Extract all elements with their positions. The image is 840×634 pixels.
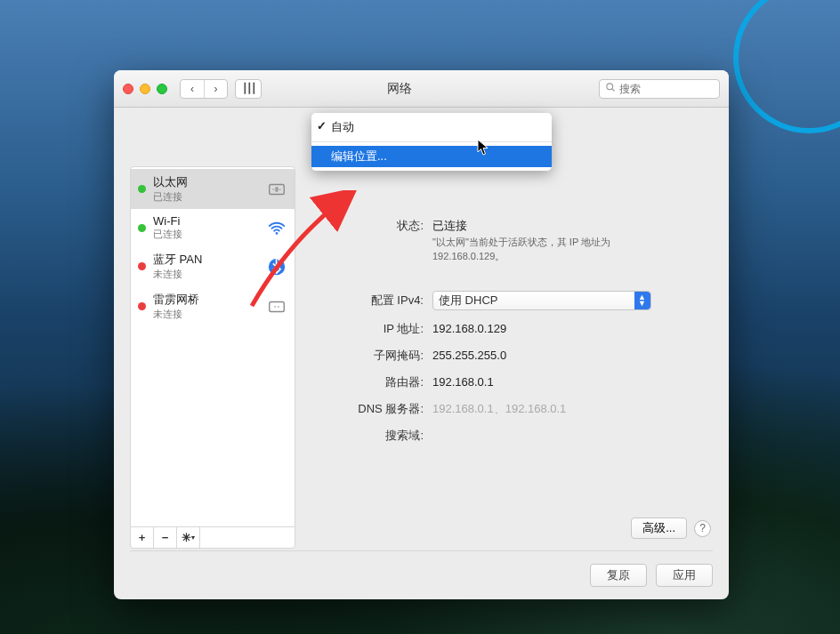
interface-details: 状态: 已连接 "以太网"当前处于活跃状态，其 IP 地址为 192.168.0… (313, 166, 713, 549)
window-controls (123, 84, 167, 94)
location-dropdown[interactable]: 自动 编辑位置... (311, 113, 552, 171)
status-description: "以太网"当前处于活跃状态，其 IP 地址为 192.168.0.129。 (432, 236, 610, 264)
status-dot-icon (138, 262, 146, 270)
close-button[interactable] (123, 84, 133, 94)
mouse-cursor-icon (477, 139, 491, 160)
interface-list: 以太网 已连接 Wi-Fi 已连接 (131, 167, 295, 526)
ip-address-label: IP 地址: (313, 321, 424, 337)
location-option-auto[interactable]: 自动 (311, 116, 552, 138)
add-interface-button[interactable]: + (131, 527, 154, 548)
router-value: 192.168.0.1 (432, 375, 494, 389)
wifi-icon (266, 217, 287, 238)
interface-name: Wi-Fi (153, 214, 259, 228)
subnet-mask-label: 子网掩码: (313, 348, 424, 364)
status-value: 已连接 (432, 218, 610, 234)
advanced-row: 高级... ? (631, 518, 711, 539)
titlebar: ‹ › ┃┃┃ 网络 (114, 70, 729, 108)
dns-servers-value: 192.168.0.1、192.168.0.1 (432, 401, 566, 417)
ip-address-value: 192.168.0.129 (432, 322, 506, 335)
interface-sidebar: 以太网 已连接 Wi-Fi 已连接 (130, 166, 295, 549)
dns-servers-label: DNS 服务器: (313, 401, 424, 417)
window-title: 网络 (206, 81, 592, 97)
subnet-mask-value: 255.255.255.0 (432, 349, 506, 362)
search-domains-label: 搜索域: (313, 428, 424, 444)
footer-separator (130, 550, 713, 551)
revert-button[interactable]: 复原 (590, 564, 647, 587)
status-dot-icon (138, 224, 146, 232)
svg-line-1 (612, 89, 615, 92)
configure-ipv4-label: 配置 IPv4: (313, 293, 424, 309)
svg-point-3 (276, 232, 279, 235)
bluetooth-icon (266, 256, 287, 277)
interface-item-thunderbolt-bridge[interactable]: 雷雳网桥 未连接 (131, 286, 295, 326)
zoom-button[interactable] (157, 84, 167, 94)
interface-status: 未连接 (153, 308, 259, 321)
thunderbolt-bridge-icon (266, 296, 287, 317)
chevron-updown-icon: ▲▼ (638, 294, 646, 307)
status-label: 状态: (313, 218, 424, 234)
svg-rect-2 (270, 184, 285, 194)
advanced-button[interactable]: 高级... (631, 518, 687, 539)
footer-buttons: 复原 应用 (590, 564, 713, 587)
menu-separator (311, 141, 552, 142)
remove-interface-button[interactable]: − (154, 527, 177, 548)
network-preferences-window: ‹ › ┃┃┃ 网络 位置: 自动 编辑位置... (114, 70, 729, 599)
apply-button[interactable]: 应用 (656, 564, 713, 587)
interface-item-bluetooth-pan[interactable]: 蓝牙 PAN 未连接 (131, 246, 295, 286)
status-dot-icon (138, 302, 146, 310)
status-dot-icon (138, 185, 146, 193)
minimize-button[interactable] (140, 84, 150, 94)
interface-item-ethernet[interactable]: 以太网 已连接 (131, 169, 295, 209)
configure-ipv4-value: 使用 DHCP (439, 293, 497, 309)
configure-ipv4-select[interactable]: 使用 DHCP ▲▼ (432, 291, 651, 310)
back-button[interactable]: ‹ (181, 80, 204, 98)
actions-gear-button[interactable]: ✳︎ (177, 527, 200, 548)
ethernet-icon (266, 179, 287, 200)
interface-status: 已连接 (153, 190, 259, 204)
interface-name: 蓝牙 PAN (153, 252, 259, 268)
location-option-edit[interactable]: 编辑位置... (311, 146, 552, 167)
window-body: 位置: 自动 编辑位置... (114, 108, 729, 599)
search-input[interactable] (619, 83, 753, 95)
svg-point-0 (607, 84, 613, 90)
interface-name: 以太网 (153, 174, 259, 190)
interface-item-wifi[interactable]: Wi-Fi 已连接 (131, 209, 295, 246)
watermark-circle-icon (733, 0, 840, 133)
interface-status: 已连接 (153, 228, 259, 241)
search-icon (605, 82, 616, 95)
search-field[interactable] (599, 79, 720, 99)
svg-rect-5 (270, 301, 285, 311)
router-label: 路由器: (313, 374, 424, 390)
sidebar-toolbar: + − ✳︎ (131, 526, 295, 548)
interface-status: 未连接 (153, 268, 259, 281)
interface-name: 雷雳网桥 (153, 292, 259, 308)
help-button[interactable]: ? (694, 520, 711, 537)
